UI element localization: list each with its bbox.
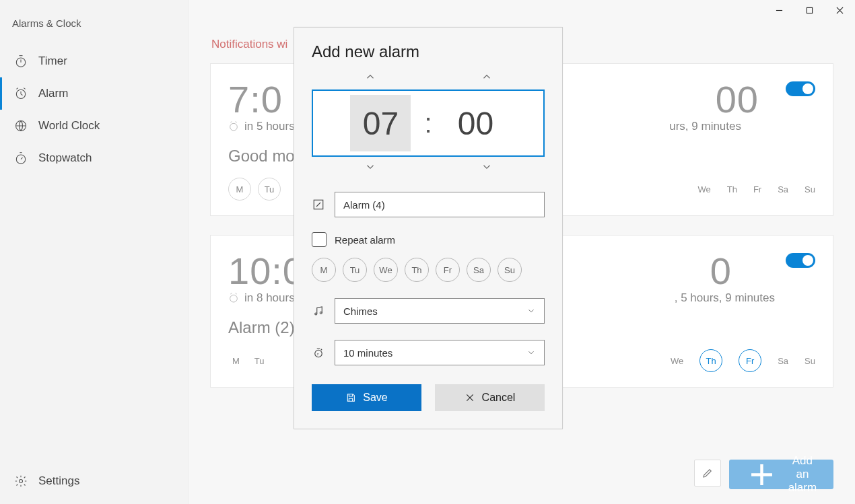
svg-point-0 (16, 58, 25, 67)
titlebar (189, 0, 855, 20)
sidebar-item-stopwatch[interactable]: Stopwatch (0, 142, 188, 174)
alarm-toggle[interactable] (786, 81, 815, 96)
day-label: Th (727, 184, 737, 194)
alarm-subtext: in 5 hours (244, 120, 295, 133)
sidebar-item-label: Alarm (38, 87, 68, 100)
day-label: We (671, 356, 683, 366)
sidebar-item-label: Stopwatch (38, 151, 92, 165)
day-chip[interactable]: Tu (258, 178, 281, 201)
time-separator: : (424, 108, 432, 139)
timer-icon (14, 55, 28, 68)
window-maximize-button[interactable] (794, 0, 825, 20)
alarm-subtext-right: urs, 9 minutes (669, 120, 741, 133)
alarm-name-input[interactable] (335, 192, 545, 217)
gear-icon (14, 474, 28, 488)
window-minimize-button[interactable] (764, 0, 794, 20)
day-label: Tu (254, 356, 265, 366)
day-label: We (697, 184, 710, 194)
add-alarm-button[interactable]: Add an alarm (729, 460, 833, 489)
dialog-day-chip[interactable]: We (374, 258, 398, 282)
dialog-day-chip[interactable]: M (312, 258, 336, 282)
edit-alarms-button[interactable] (694, 460, 721, 487)
save-button[interactable]: Save (312, 384, 421, 411)
day-chip[interactable]: Fr (739, 349, 761, 372)
world-clock-icon (14, 119, 28, 133)
svg-point-7 (230, 295, 238, 302)
hour-value[interactable]: 07 (350, 95, 411, 151)
snooze-icon: z (312, 346, 325, 359)
sidebar-item-timer[interactable]: Timer (0, 45, 188, 77)
snooze-select-value: 10 minutes (343, 347, 392, 359)
day-label: Su (805, 356, 815, 366)
add-alarm-dialog: Add new alarm 07 : 00 Repeat alarm (294, 27, 563, 429)
svg-point-6 (230, 123, 238, 131)
svg-point-4 (20, 480, 23, 483)
day-label: Su (805, 184, 815, 194)
sidebar-nav: Timer Alarm World Clock Stopwatch (0, 45, 188, 465)
alarm-subtext: in 8 hours (244, 291, 295, 305)
svg-text:z: z (317, 352, 319, 356)
alarm-subtext-right: , 5 hours, 9 minutes (675, 291, 775, 305)
sound-select[interactable]: Chimes (335, 298, 545, 324)
dialog-day-chip[interactable]: Fr (436, 258, 460, 282)
edit-icon (312, 198, 325, 211)
minute-increment-button[interactable] (481, 71, 493, 85)
dialog-day-chip[interactable]: Sa (467, 258, 491, 282)
dialog-day-chip[interactable]: Su (498, 258, 522, 282)
window-close-button[interactable] (825, 0, 855, 20)
svg-point-9 (315, 313, 317, 315)
sidebar-item-settings[interactable]: Settings (0, 465, 188, 497)
minute-decrement-button[interactable] (481, 161, 493, 176)
time-picker[interactable]: 07 : 00 (312, 89, 545, 157)
dialog-day-chip[interactable]: Th (405, 258, 429, 282)
sidebar: Alarms & Clock Timer Alarm World Clock S… (0, 0, 189, 504)
app-title: Alarms & Clock (0, 0, 188, 45)
hour-decrement-button[interactable] (364, 161, 376, 176)
dialog-day-chip[interactable]: Tu (343, 258, 367, 282)
repeat-alarm-label: Repeat alarm (335, 234, 395, 246)
snooze-select[interactable]: 10 minutes (335, 340, 545, 365)
alarm-icon (14, 87, 28, 100)
stopwatch-icon (14, 151, 28, 165)
svg-rect-5 (807, 7, 812, 13)
sound-select-value: Chimes (343, 305, 378, 317)
day-label: Sa (778, 184, 788, 194)
alarm-toggle[interactable] (786, 253, 815, 268)
hour-increment-button[interactable] (364, 71, 376, 85)
sidebar-item-alarm[interactable]: Alarm (0, 77, 188, 110)
alarm-time-right: 0 (710, 249, 732, 293)
minute-value[interactable]: 00 (446, 95, 506, 151)
sidebar-item-world-clock[interactable]: World Clock (0, 110, 188, 142)
day-chip[interactable]: Th (699, 349, 722, 372)
sidebar-item-label: Timer (38, 55, 67, 68)
cancel-button-label: Cancel (482, 392, 516, 404)
day-chip[interactable]: M (228, 178, 251, 201)
cancel-button[interactable]: Cancel (435, 384, 545, 411)
add-alarm-label: Add an alarm (786, 454, 819, 495)
alarm-time-right: 00 (716, 77, 759, 121)
day-label: M (232, 356, 240, 366)
save-button-label: Save (363, 392, 387, 404)
alarm-time: 7:0 (228, 77, 283, 121)
svg-point-10 (320, 312, 322, 314)
sidebar-item-label: Settings (38, 474, 79, 488)
sound-icon (312, 304, 325, 318)
dialog-title: Add new alarm (312, 42, 545, 61)
day-label: Fr (753, 184, 761, 194)
repeat-alarm-checkbox[interactable] (312, 232, 327, 247)
day-label: Sa (778, 356, 788, 366)
sidebar-item-label: World Clock (38, 119, 100, 133)
